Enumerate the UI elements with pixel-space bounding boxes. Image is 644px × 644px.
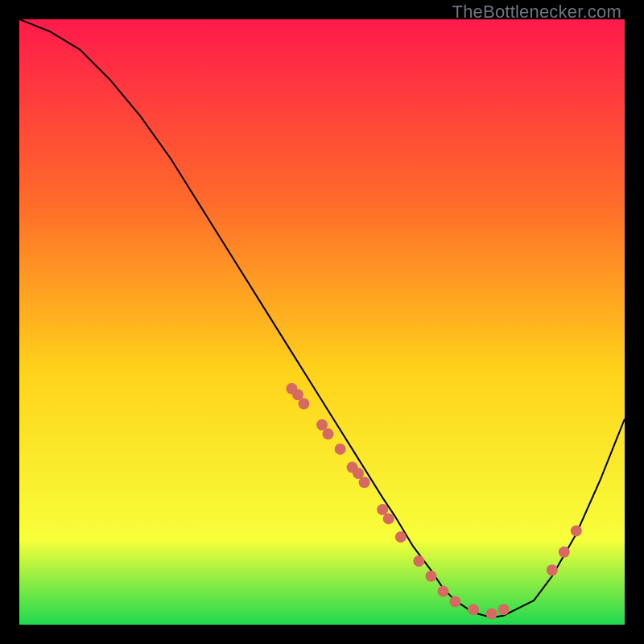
data-dot [413, 555, 424, 567]
data-dot [323, 428, 334, 440]
data-dot [571, 525, 582, 536]
bottleneck-curve-chart [19, 19, 625, 625]
data-dot [383, 513, 394, 524]
data-dot [547, 564, 558, 576]
data-dot [359, 477, 370, 488]
gradient-background [19, 19, 625, 625]
data-dot [449, 596, 460, 607]
data-dot [486, 609, 497, 620]
data-dot [335, 444, 346, 455]
data-dot [395, 531, 407, 543]
watermark-text: TheBottlenecker.com [452, 2, 621, 23]
data-dot [559, 547, 570, 558]
data-dot [298, 398, 309, 410]
chart-frame [19, 19, 625, 625]
data-dot [468, 604, 479, 615]
data-dot [498, 604, 510, 615]
data-dot [437, 586, 448, 597]
data-dot [425, 571, 436, 582]
